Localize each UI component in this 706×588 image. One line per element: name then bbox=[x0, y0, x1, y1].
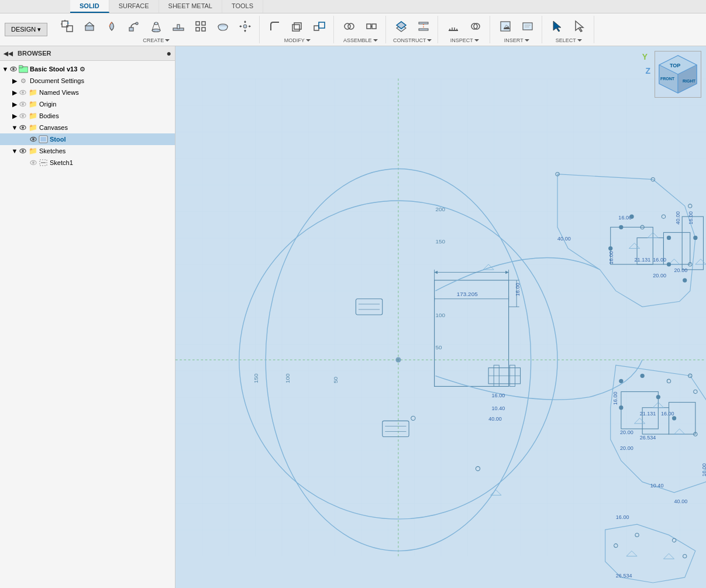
construct-group: CONSTRUCT bbox=[387, 16, 438, 43]
revolve-btn[interactable] bbox=[101, 16, 122, 37]
fillet-btn[interactable] bbox=[264, 16, 285, 37]
origin-expand-icon[interactable]: ▶ bbox=[11, 100, 19, 108]
modify-label[interactable]: MODIFY bbox=[284, 37, 311, 43]
svg-point-132 bbox=[608, 246, 612, 250]
svg-point-173 bbox=[619, 405, 623, 410]
doc-settings-expand-icon[interactable]: ▶ bbox=[11, 77, 19, 85]
svg-rect-32 bbox=[314, 26, 319, 30]
tree-item-stool[interactable]: Stool bbox=[0, 133, 175, 145]
select-btn[interactable] bbox=[547, 16, 568, 37]
canvas-area[interactable]: Y Z TOP FRONT RIGHT bbox=[175, 46, 706, 588]
svg-point-73 bbox=[22, 115, 24, 117]
select-label[interactable]: SELECT bbox=[556, 37, 582, 43]
inspect-label[interactable]: INSPECT bbox=[450, 37, 479, 43]
tree-item-root[interactable]: ▼ Basic Stool v13 ⚙ bbox=[0, 63, 175, 75]
insert-derive-btn[interactable]: ⛰ bbox=[495, 16, 516, 37]
svg-rect-30 bbox=[292, 25, 299, 31]
svg-text:16.00: 16.00 bbox=[701, 463, 706, 477]
svg-text:173.205: 173.205 bbox=[457, 291, 478, 297]
tree-item-sketch1[interactable]: Sketch1 bbox=[0, 157, 175, 169]
sketches-label: Sketches bbox=[39, 147, 66, 154]
sketch1-expand-icon bbox=[21, 159, 29, 167]
midplane-btn[interactable] bbox=[413, 16, 434, 37]
svg-text:150: 150 bbox=[253, 373, 259, 383]
svg-text:⛰: ⛰ bbox=[503, 23, 510, 31]
insert-label[interactable]: INSERT bbox=[504, 37, 529, 43]
svg-text:10.40: 10.40 bbox=[492, 405, 505, 411]
svg-text:100: 100 bbox=[435, 312, 445, 319]
tree-item-named-views[interactable]: ▶ 📁 Named Views bbox=[0, 87, 175, 98]
named-views-folder-icon: 📁 bbox=[28, 88, 37, 97]
shell-btn[interactable] bbox=[287, 16, 308, 37]
boss-btn[interactable] bbox=[212, 16, 233, 37]
scale-btn[interactable] bbox=[309, 16, 330, 37]
tree-item-sketches[interactable]: ▼ 📁 Sketches bbox=[0, 145, 175, 157]
axis-y-label: Y bbox=[642, 52, 648, 61]
svg-point-75 bbox=[22, 126, 24, 129]
construct-label[interactable]: CONSTRUCT bbox=[393, 37, 432, 43]
canvases-eye-icon[interactable] bbox=[19, 123, 27, 132]
rib-btn[interactable] bbox=[168, 16, 189, 37]
sketch1-eye-icon[interactable] bbox=[29, 159, 37, 167]
svg-point-137 bbox=[693, 236, 697, 240]
tree-item-bodies[interactable]: ▶ 📁 Bodies bbox=[0, 110, 175, 122]
svg-point-69 bbox=[22, 91, 24, 94]
root-settings-icon[interactable]: ⚙ bbox=[80, 66, 85, 73]
offset-plane-btn[interactable] bbox=[391, 16, 412, 37]
attached-canvas-btn[interactable] bbox=[517, 16, 538, 37]
canvases-expand-icon[interactable]: ▼ bbox=[11, 123, 19, 132]
web-btn[interactable] bbox=[190, 16, 211, 37]
tab-surface[interactable]: SURFACE bbox=[109, 0, 159, 13]
svg-marker-6 bbox=[85, 22, 94, 26]
svg-marker-62 bbox=[576, 21, 583, 32]
root-eye-icon[interactable] bbox=[9, 65, 18, 73]
browser-pin-btn[interactable]: ● bbox=[167, 49, 171, 58]
sketches-eye-icon[interactable] bbox=[19, 147, 27, 155]
svg-rect-79 bbox=[40, 137, 46, 142]
sketches-expand-icon[interactable]: ▼ bbox=[11, 147, 19, 155]
bodies-expand-icon[interactable]: ▶ bbox=[11, 112, 19, 120]
named-views-label: Named Views bbox=[39, 89, 79, 96]
tree-item-origin[interactable]: ▶ 📁 Origin bbox=[0, 98, 175, 110]
stool-eye-icon[interactable] bbox=[29, 135, 37, 143]
tree-item-canvases[interactable]: ▼ 📁 Canvases bbox=[0, 122, 175, 133]
loft-btn[interactable] bbox=[146, 16, 167, 37]
move-btn[interactable] bbox=[235, 16, 256, 37]
tab-tools[interactable]: TOOLS bbox=[222, 0, 263, 13]
tab-sheet-metal[interactable]: SHEET METAL bbox=[159, 0, 222, 13]
as-built-joint-btn[interactable] bbox=[361, 16, 382, 37]
tab-solid[interactable]: SOLID bbox=[70, 0, 109, 13]
named-views-expand-icon[interactable]: ▶ bbox=[11, 88, 19, 97]
sketches-folder-icon: 📁 bbox=[28, 146, 37, 156]
design-button[interactable]: DESIGN ▾ bbox=[5, 23, 47, 36]
sweep-btn[interactable] bbox=[123, 16, 144, 37]
named-views-eye-icon[interactable] bbox=[19, 88, 27, 97]
svg-text:20.00: 20.00 bbox=[620, 429, 633, 435]
interference-btn[interactable] bbox=[465, 16, 486, 37]
origin-eye-icon[interactable] bbox=[19, 100, 27, 108]
select-filter-btn[interactable] bbox=[569, 16, 590, 37]
svg-marker-54 bbox=[474, 39, 479, 42]
root-expand-icon[interactable]: ▼ bbox=[1, 65, 9, 73]
tree-item-doc-settings[interactable]: ▶ ⚙ Document Settings bbox=[0, 75, 175, 87]
new-component-btn[interactable]: + bbox=[57, 16, 78, 37]
svg-text:26.534: 26.534 bbox=[616, 573, 632, 579]
svg-text:16.00: 16.00 bbox=[661, 411, 674, 417]
extrude-btn[interactable] bbox=[79, 16, 100, 37]
joint-btn[interactable] bbox=[339, 16, 360, 37]
svg-marker-29 bbox=[165, 39, 170, 42]
assemble-label[interactable]: ASSEMBLE bbox=[343, 37, 378, 43]
svg-point-83 bbox=[32, 161, 35, 164]
svg-rect-37 bbox=[367, 24, 371, 29]
bodies-eye-icon[interactable] bbox=[19, 112, 27, 120]
assemble-group: ASSEMBLE bbox=[335, 16, 386, 43]
svg-text:40.00: 40.00 bbox=[674, 498, 688, 504]
browser-collapse-btn[interactable]: ◀◀ bbox=[4, 50, 13, 57]
svg-text:21.131: 21.131 bbox=[640, 411, 656, 417]
svg-text:40.00: 40.00 bbox=[675, 211, 681, 225]
measure-btn[interactable] bbox=[443, 16, 464, 37]
view-cube[interactable]: TOP FRONT RIGHT bbox=[655, 51, 701, 98]
svg-rect-43 bbox=[419, 22, 428, 24]
create-label[interactable]: CREATE bbox=[143, 37, 170, 43]
bodies-folder-icon: 📁 bbox=[28, 111, 37, 121]
